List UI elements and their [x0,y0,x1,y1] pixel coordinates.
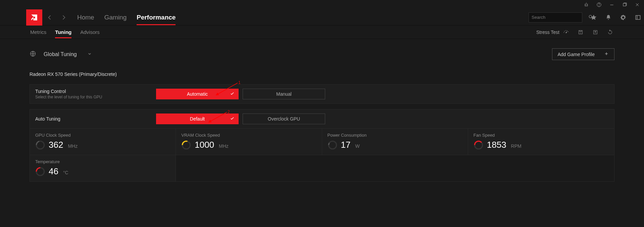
maximize-icon[interactable] [621,1,629,9]
star-icon[interactable] [590,14,597,21]
add-game-profile-button[interactable]: Add Game Profile [552,48,615,60]
search-input[interactable] [532,15,588,20]
subtab-metrics[interactable]: Metrics [30,26,46,38]
top-nav: Home Gaming Performance [0,9,644,26]
gauge-icon [474,140,484,150]
svg-point-0 [585,4,588,6]
metric-value: 17 [341,140,351,150]
metric-label: VRAM Clock Speed [181,133,316,138]
auto-tuning-title: Auto Tuning [35,116,156,122]
chevron-down-icon[interactable] [87,51,92,58]
gpu-name-label: Radeon RX 570 Series (Primary/Discrete) [30,72,614,77]
metric-temperature: Temperature 46 °C [30,155,176,181]
gauge-icon [563,28,569,36]
overclock-gpu-button[interactable]: Overclock GPU [243,114,325,124]
gauge-icon [181,140,191,150]
tuning-control-panel: Tuning Control Select the level of tunin… [30,84,614,104]
save-preset-icon[interactable] [577,29,584,36]
subtab-advisors[interactable]: Advisors [80,26,100,38]
default-button[interactable]: Default [156,114,239,124]
reset-icon[interactable] [606,29,614,36]
metric-unit: RPM [511,143,522,150]
metric-power: Power Consumption 17 W [322,129,468,155]
metric-label: Fan Speed [474,133,609,138]
metric-value: 362 [49,140,63,150]
automatic-label: Automatic [187,91,208,97]
metric-unit: W [355,143,359,150]
metric-value: 1000 [195,140,214,150]
check-icon [230,91,235,97]
tuning-control-subtitle: Select the level of tuning for this GPU [35,95,156,99]
svg-point-2 [599,6,599,6]
tab-performance[interactable]: Performance [137,10,176,25]
stress-test-button[interactable]: Stress Test [536,28,569,36]
manual-button[interactable]: Manual [243,89,325,99]
search-box[interactable] [529,12,582,22]
metric-label: GPU Clock Speed [35,133,170,138]
gauge-icon [35,140,45,150]
content-area: Global Tuning Add Game Profile Radeon RX… [0,39,644,182]
globe-icon [30,50,36,58]
global-tuning-label[interactable]: Global Tuning [44,51,77,57]
metric-label: Power Consumption [328,133,462,138]
metric-vram-clock: VRAM Clock Speed 1000 MHz [176,129,322,155]
svg-rect-5 [636,15,640,19]
metric-unit: MHz [68,143,78,150]
auto-tuning-panel: Auto Tuning Default Overclock GPU GPU Cl… [30,109,614,182]
bell-icon[interactable] [605,14,612,21]
window-titlebar [0,0,644,9]
nav-forward-icon[interactable] [60,13,68,21]
metric-unit: °C [63,170,68,177]
sidebar-toggle-icon[interactable] [635,14,641,21]
stress-test-label: Stress Test [536,30,559,35]
metric-value: 1853 [487,140,506,150]
global-tuning-row: Global Tuning Add Game Profile [30,48,614,60]
metric-fan-speed: Fan Speed 1853 RPM [468,129,614,155]
nav-back-icon[interactable] [46,13,54,21]
svg-point-14 [329,141,336,149]
add-game-profile-label: Add Game Profile [558,52,595,57]
bug-icon[interactable] [582,1,590,9]
manual-label: Manual [276,91,292,97]
gauge-icon [35,167,45,177]
help-icon[interactable] [595,1,603,9]
subtab-tuning[interactable]: Tuning [55,26,71,38]
close-icon[interactable] [633,1,641,9]
plus-icon [604,51,609,57]
default-label: Default [190,116,205,122]
metric-gpu-clock: GPU Clock Speed 362 MHz [30,129,176,155]
amd-logo[interactable] [26,9,42,26]
automatic-button[interactable]: Automatic [156,89,239,99]
metric-label: Temperature [35,159,170,164]
svg-rect-3 [623,3,626,6]
gauge-icon [328,140,338,150]
tab-home[interactable]: Home [77,10,94,25]
metric-unit: MHz [219,143,229,150]
tab-gaming[interactable]: Gaming [104,10,127,25]
metrics-grid: GPU Clock Speed 362 MHz VRAM Clock Speed… [30,129,614,181]
performance-subnav: Metrics Tuning Advisors Stress Test [0,26,644,39]
overclock-gpu-label: Overclock GPU [268,116,300,122]
check-icon [230,116,235,122]
export-icon[interactable] [592,29,599,36]
metric-value: 46 [49,166,58,177]
metric-empty [176,155,614,181]
minimize-icon[interactable] [608,1,616,9]
gear-icon[interactable] [620,14,627,21]
tuning-control-title: Tuning Control [35,89,156,94]
